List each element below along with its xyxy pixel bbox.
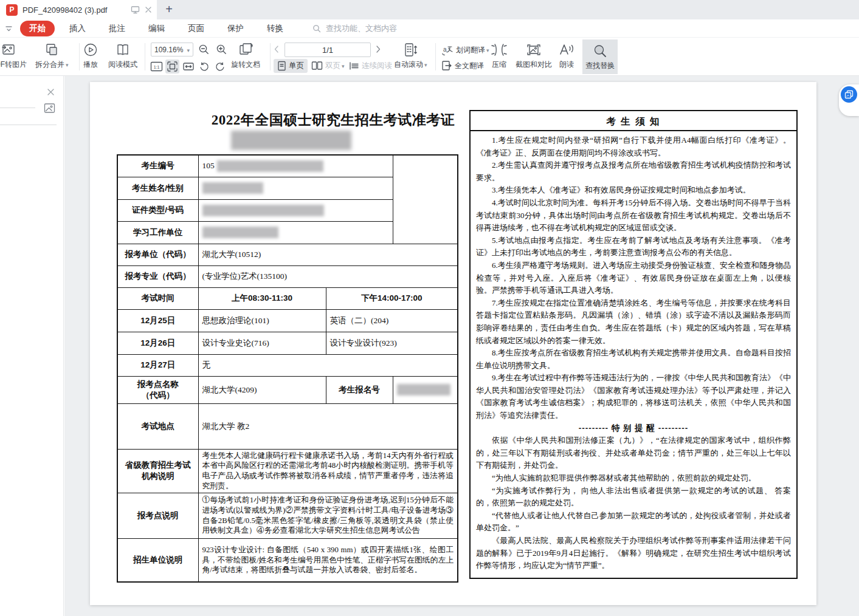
zoom-in-icon	[216, 44, 227, 55]
menu-tab-protect[interactable]: 保护	[223, 21, 249, 36]
presentation-icon[interactable]	[131, 5, 140, 14]
full-translate-button[interactable]: 全文翻译	[441, 60, 484, 71]
redacted-value	[202, 182, 263, 194]
pdf-page: 2022年全国硕士研究生招生考试准考证 考生编号 105 考生姓名/性别	[90, 82, 816, 605]
document-tab[interactable]: P PDF_420998402 (3).pdf	[0, 0, 157, 19]
table-row: 12月26日 设计专业史论(716) 设计专业设计(923)	[117, 332, 458, 354]
tab-title: PDF_420998402 (3).pdf	[22, 5, 126, 15]
notice-item: 5.考试地点由报考点指定。考生应在考前了解考试地点及考场有关注意事项。《准考证》…	[476, 234, 791, 259]
auto-scroll-button[interactable]: 自动滚动	[394, 42, 427, 70]
menu-tab-convert[interactable]: 转换	[262, 21, 288, 36]
reminder-item: 依据《中华人民共和国刑法修正案（九）》，“在法律规定的国家考试中，组织作弊的，处…	[476, 434, 791, 472]
fit-width-icon	[182, 61, 195, 72]
zoom-in-button[interactable]	[216, 44, 227, 55]
panel-divider	[0, 125, 57, 125]
admission-ticket-table: 考生编号 105 考生姓名/性别 证件类型/号码 学习工作单位	[117, 154, 458, 583]
single-page-button[interactable]: 单页	[274, 59, 308, 73]
pages-icon	[844, 90, 854, 99]
close-tab-icon[interactable]	[145, 6, 152, 13]
table-row: 考试时间 上午08:30-11:30 下午14:00-17:00	[117, 287, 458, 309]
notice-item: 1.考生应在规定时间内登录“研招网”自行下载并使用A4幅面白纸打印《准考证》。《…	[476, 134, 791, 159]
menu-bar: 开始 插入 批注 编辑 页面 保护 转换	[0, 19, 859, 38]
svg-text:a: a	[443, 46, 447, 53]
double-page-icon	[311, 61, 323, 71]
extract-image-button[interactable]	[841, 86, 857, 103]
continuous-read-icon	[349, 61, 359, 71]
table-row: 12月25日 思想政治理论(101) 英语（二）(204)	[117, 309, 458, 332]
compress-button[interactable]: 压缩	[490, 42, 508, 70]
page-indicator-input[interactable]: 1/1	[285, 43, 371, 57]
reminder-item: “为他人实施前款犯罪提供作弊器材或者其他帮助的，依照前款的规定处罚。	[476, 472, 791, 485]
split-merge-icon	[44, 42, 60, 58]
close-panel-icon[interactable]	[47, 88, 55, 96]
rotate-ccw-button[interactable]	[197, 60, 211, 74]
play-icon	[83, 42, 98, 58]
menu-tab-comment[interactable]: 批注	[104, 21, 130, 36]
rotate-document-icon	[237, 42, 254, 58]
examinee-notice-panel: 考 生 须 知 1.考生应在规定时间内登录“研招网”自行下载并使用A4幅面白纸打…	[469, 110, 798, 579]
zoom-level-select[interactable]: 109.16%	[151, 43, 193, 56]
photo-cell	[393, 155, 458, 244]
zoom-out-button[interactable]	[198, 44, 210, 55]
fit-width-button[interactable]	[181, 60, 195, 74]
fit-page-icon	[167, 61, 178, 72]
collapse-ribbon-icon[interactable]	[5, 25, 13, 32]
read-mode-button[interactable]: 阅读模式	[108, 42, 137, 70]
full-translate-icon	[441, 60, 452, 71]
pdf-to-image-button[interactable]: PDF转图片	[0, 42, 27, 70]
new-tab-button[interactable]: +	[162, 2, 176, 17]
table-row: 报考专业（代码） (专业学位)艺术(135100)	[117, 265, 458, 287]
table-row: 报考点说明 ①每场考试前1小时持准考证和身份证验证身份进考场,迟到15分钟后不能…	[117, 493, 458, 538]
pdf-app-icon: P	[6, 4, 18, 16]
menu-tab-home[interactable]: 开始	[20, 21, 55, 36]
table-row: 考生编号 105	[117, 155, 458, 177]
notice-item: 4.考试时间以北京时间为准。每科开考15分钟后不得入场。交卷出场时间不得早于当科…	[476, 197, 791, 234]
redacted-header-value	[231, 131, 351, 150]
reminder-item: “代替他人或者让他人代替自己参加第一款规定的考试的，处拘役或者管制，并处或者单处…	[476, 510, 791, 535]
rotate-cw-button[interactable]	[213, 60, 227, 74]
compress-icon	[490, 42, 508, 58]
screenshot-compare-button[interactable]: 截图和对比	[516, 42, 552, 70]
document-canvas[interactable]: 2022年全国硕士研究生招生考试准考证 考生编号 105 考生姓名/性别	[64, 76, 859, 616]
menu-tab-insert[interactable]: 插入	[64, 21, 91, 36]
reminder-item: “为实施考试作弊行为， 向他人非法出售或者提供第一款规定的考试的试题、 答案的，…	[476, 485, 791, 510]
image-thumbnail-icon[interactable]	[44, 103, 55, 114]
table-row: 12月27日 无	[117, 354, 458, 376]
special-reminder-title: --------- 特 别 提 醒 ---------	[476, 422, 791, 435]
continuous-read-button[interactable]: 连续阅读	[345, 59, 396, 73]
notice-title: 考 生 须 知	[471, 111, 796, 131]
menu-tab-edit[interactable]: 编辑	[143, 21, 170, 36]
panel-divider	[0, 108, 35, 108]
left-panel	[0, 76, 64, 616]
ribbon-search[interactable]	[312, 23, 428, 33]
read-aloud-icon	[558, 42, 575, 58]
actual-size-button[interactable]: 1:1	[150, 60, 164, 74]
prev-page-button[interactable]	[274, 45, 279, 53]
screenshot-compare-icon	[525, 42, 542, 58]
table-row: 省级教育招生考试机构说明 考生凭本人湖北健康码行程卡健康承诺书入场，考前14天内…	[117, 449, 458, 493]
find-replace-button[interactable]: 查找替换	[582, 39, 618, 74]
next-page-button[interactable]	[376, 45, 381, 53]
document-title: 2022年全国硕士研究生招生考试准考证	[145, 111, 522, 129]
pdf-to-image-icon	[1, 42, 16, 58]
single-page-icon	[277, 61, 286, 71]
search-input[interactable]	[325, 23, 428, 33]
read-aloud-button[interactable]: 朗读	[558, 42, 575, 70]
notice-item: 8.考生应按考点所在省级教育招生考试机构有关规定携带并使用文具。自命题科目按招生…	[476, 347, 791, 372]
menu-tab-page[interactable]: 页面	[183, 21, 209, 36]
redacted-value	[202, 205, 324, 216]
double-page-button[interactable]: 双页	[308, 59, 348, 73]
floating-tool-tab[interactable]	[839, 84, 859, 116]
word-translate-button[interactable]: a 划词翻译	[441, 44, 489, 55]
word-translate-icon: a	[441, 44, 454, 55]
play-button[interactable]: 播放	[83, 42, 98, 70]
svg-text:1:1: 1:1	[154, 65, 160, 69]
redacted-value	[217, 160, 323, 172]
rotate-document-button[interactable]: 旋转文档	[231, 42, 260, 70]
notice-item: 3.考生须凭本人《准考证》和有效居民身份证按规定时间和地点参加考试。	[476, 184, 791, 197]
reminder-item: 《最高人民法院、最高人民检察院关于办理组织考试作弊等刑事案件适用法律若干问题的解…	[476, 535, 791, 572]
redacted-value	[202, 227, 278, 238]
split-merge-button[interactable]: 拆分合并	[35, 42, 69, 70]
fit-page-button[interactable]	[165, 60, 179, 74]
rotate-cw-icon	[215, 61, 226, 72]
